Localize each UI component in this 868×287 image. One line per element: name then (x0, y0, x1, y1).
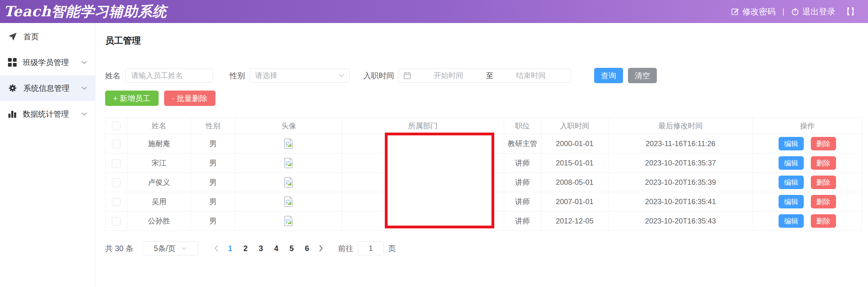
employee-gender: 男 (191, 134, 236, 153)
edit-button[interactable]: 编辑 (779, 195, 804, 208)
edit-button[interactable]: 编辑 (779, 156, 804, 170)
row-checkbox[interactable] (112, 159, 121, 168)
employee-hire-date: 2007-01-01 (541, 192, 608, 212)
pagination: 共 30 条 5条/页 123456 前往 (105, 241, 862, 255)
goto-label: 前往 (338, 243, 353, 254)
bar-chart-icon (8, 110, 17, 118)
column-header-avatar: 头像 (236, 117, 342, 134)
page-number[interactable]: 5 (285, 244, 299, 253)
edit-icon (731, 8, 739, 16)
page-number[interactable]: 4 (269, 244, 283, 253)
page-number[interactable]: 2 (239, 244, 253, 253)
change-password-link[interactable]: 修改密码 (731, 6, 775, 17)
chevron-down-icon (339, 74, 344, 77)
hire-date-filter-label: 入职时间 (363, 71, 394, 81)
page-size-select[interactable]: 5条/页 (143, 241, 198, 255)
delete-button[interactable]: 删除 (811, 195, 836, 208)
delete-button[interactable]: 删除 (811, 156, 836, 170)
employee-modified-time: 2023-10-20T16:35:41 (608, 192, 753, 212)
goto-suffix-label: 页 (388, 243, 396, 254)
employee-name: 施耐庵 (127, 134, 191, 153)
employee-modified-time: 2023-10-20T16:35:37 (608, 153, 753, 173)
next-page-arrow-icon[interactable] (315, 245, 327, 252)
start-date-placeholder: 开始时间 (413, 71, 484, 80)
goto-page-input[interactable] (358, 241, 384, 255)
clear-button[interactable]: 清空 (628, 68, 657, 83)
sidebar-item-class-student-mgmt[interactable]: 班级学员管理 (0, 49, 95, 75)
name-filter-input[interactable] (125, 68, 213, 82)
search-button[interactable]: 查询 (594, 68, 623, 83)
gender-select-placeholder: 请选择 (255, 71, 277, 80)
employee-position: 讲师 (504, 173, 541, 192)
employee-gender: 男 (191, 153, 236, 173)
employee-gender: 男 (191, 192, 236, 212)
broken-image-icon (284, 138, 293, 149)
employee-position: 教研主管 (504, 134, 541, 153)
page-number[interactable]: 3 (254, 244, 268, 253)
column-header-gender: 性别 (191, 117, 236, 134)
grid-icon (8, 58, 17, 67)
end-date-placeholder: 结束时间 (496, 71, 566, 80)
annotation-highlight-box (385, 133, 494, 228)
edit-button[interactable]: 编辑 (779, 137, 804, 150)
action-row: + 新增员工 - 批量删除 (105, 91, 862, 106)
employee-name: 吴用 (127, 192, 191, 212)
calendar-icon (404, 72, 411, 79)
sidebar-item-home[interactable]: 首页 (0, 24, 95, 49)
send-icon (8, 32, 17, 41)
header-separator: | (782, 7, 784, 16)
employee-position: 讲师 (504, 192, 541, 212)
employee-name: 公孙胜 (127, 212, 191, 231)
employee-position: 讲师 (504, 212, 541, 231)
row-checkbox[interactable] (112, 217, 121, 226)
chevron-down-icon (82, 61, 87, 64)
edit-button[interactable]: 编辑 (779, 176, 804, 189)
page-title: 员工管理 (105, 35, 862, 46)
sidebar-item-system-info-mgmt[interactable]: 系统信息管理 (0, 75, 95, 101)
broken-image-icon (284, 177, 293, 187)
total-count-label: 共 30 条 (105, 243, 133, 254)
broken-image-icon (284, 158, 293, 168)
delete-button[interactable]: 删除 (811, 137, 836, 150)
sidebar-item-data-stats-mgmt[interactable]: 数据统计管理 (0, 101, 95, 127)
employee-hire-date: 2008-05-01 (541, 173, 608, 192)
hire-date-range-picker[interactable]: 开始时间 至 结束时间 (398, 68, 571, 82)
broken-image-icon (284, 196, 293, 207)
delete-button[interactable]: 删除 (811, 176, 836, 189)
column-header-modified: 最后修改时间 (608, 117, 753, 134)
employee-name: 卢俊义 (127, 173, 191, 192)
employee-modified-time: 2023-10-20T16:35:43 (608, 212, 753, 231)
pager: 123456 (210, 244, 327, 253)
delete-button[interactable]: 删除 (811, 214, 836, 228)
sidebar: 首页 班级学员管理 系统信息管理 (0, 23, 95, 287)
employee-modified-time: 2023-11-16T16:11:26 (608, 134, 753, 153)
edit-button[interactable]: 编辑 (779, 214, 804, 228)
sidebar-item-label: 首页 (23, 32, 39, 42)
employee-hire-date: 2000-01-01 (541, 134, 608, 153)
column-header-hire-date: 入职时间 (541, 117, 608, 134)
row-checkbox[interactable] (112, 198, 121, 206)
select-all-checkbox[interactable] (112, 121, 121, 130)
employee-hire-date: 2015-01-01 (541, 153, 608, 173)
username-brackets: 【】 (842, 6, 859, 17)
column-header-name: 姓名 (127, 117, 191, 134)
employee-modified-time: 2023-10-20T16:35:39 (608, 173, 753, 192)
batch-delete-button[interactable]: - 批量删除 (164, 91, 215, 106)
employee-name: 宋江 (127, 153, 191, 173)
app-window: Teach智能学习辅助系统 修改密码 | 退出登录 【】 (0, 0, 868, 287)
page-number[interactable]: 6 (300, 244, 314, 253)
add-employee-button[interactable]: + 新增员工 (105, 91, 159, 106)
gender-filter-select[interactable]: 请选择 (250, 68, 349, 82)
broken-image-icon (284, 216, 293, 226)
row-checkbox[interactable] (112, 140, 121, 148)
prev-page-arrow-icon[interactable] (210, 245, 222, 252)
employee-hire-date: 2012-12-05 (541, 212, 608, 231)
date-range-separator: 至 (486, 71, 493, 80)
row-checkbox[interactable] (112, 178, 121, 187)
logout-link[interactable]: 退出登录 (791, 6, 835, 17)
sidebar-item-label: 数据统计管理 (23, 109, 69, 119)
column-header-operations: 操作 (753, 117, 862, 134)
employee-gender: 男 (191, 212, 236, 231)
page-number[interactable]: 1 (223, 244, 237, 253)
sidebar-item-label: 班级学员管理 (23, 58, 69, 68)
